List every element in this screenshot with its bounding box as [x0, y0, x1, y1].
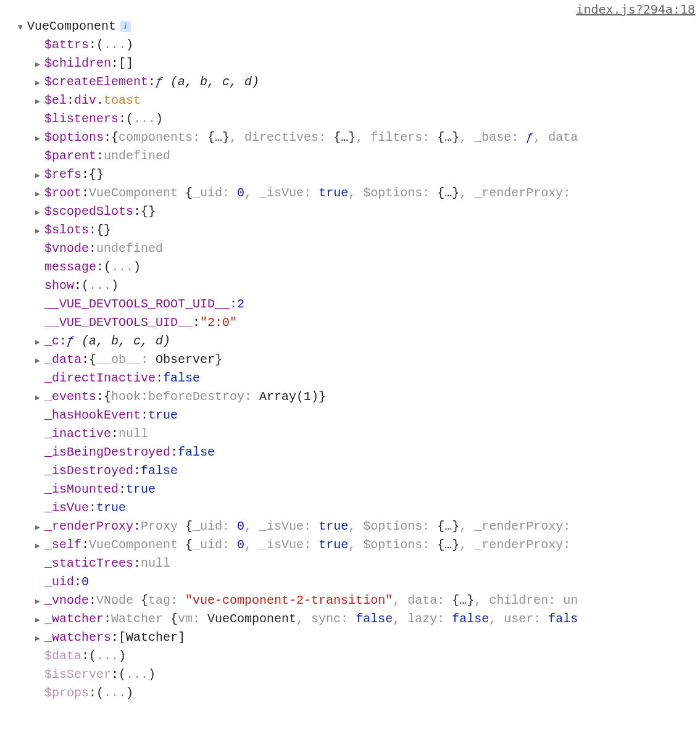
property-row[interactable]: ▶$scopedSlots: {} — [5, 202, 695, 221]
chevron-right-icon[interactable]: ▶ — [33, 77, 42, 90]
property-row[interactable]: ▶_self: VueComponent {_uid: 0, _isVue: t… — [5, 536, 695, 554]
property-row[interactable]: ▶$root: VueComponent {_uid: 0, _isVue: t… — [5, 184, 695, 202]
chevron-right-icon[interactable]: ▶ — [33, 336, 42, 349]
property-value: (...) — [119, 665, 156, 684]
property-row: ▶message: (...) — [5, 258, 695, 277]
property-key: _watcher — [44, 610, 104, 628]
property-row[interactable]: ▶_events: {hook:beforeDestroy: Array(1)} — [5, 388, 695, 406]
colon-separator: : — [81, 351, 89, 369]
property-row[interactable]: ▶$slots: {} — [5, 221, 695, 240]
property-row: ▶_staticTrees: null — [5, 554, 695, 573]
colon-separator: : — [89, 221, 96, 240]
colon-separator: : — [104, 610, 111, 628]
colon-separator: : — [119, 480, 126, 499]
property-key: message — [44, 258, 96, 277]
property-value: "2:0" — [200, 314, 237, 332]
property-row[interactable]: ▶$el: div.toast — [5, 91, 695, 110]
colon-separator: : — [104, 128, 111, 147]
chevron-right-icon[interactable]: ▶ — [33, 96, 42, 108]
property-key: _staticTrees — [44, 554, 133, 573]
property-key: _uid — [44, 573, 74, 591]
property-key: __VUE_DEVTOOLS_ROOT_UID__ — [44, 295, 230, 314]
property-row[interactable]: ▶$refs: {} — [5, 165, 695, 184]
colon-separator: : — [133, 517, 141, 536]
property-key: $createElement — [44, 73, 148, 91]
colon-separator: : — [89, 36, 96, 54]
chevron-right-icon[interactable]: ▶ — [33, 59, 42, 71]
property-row[interactable]: ▶_watcher: Watcher {vm: VueComponent, sy… — [5, 610, 695, 628]
property-row[interactable]: ▶_data: {__ob__: Observer} — [5, 351, 695, 369]
chevron-down-icon[interactable]: ▼ — [16, 22, 25, 34]
chevron-right-icon[interactable]: ▶ — [33, 207, 42, 219]
property-key: $root — [44, 184, 81, 202]
property-value: 2 — [237, 295, 244, 314]
property-row: ▶$isServer: (...) — [5, 665, 695, 684]
property-value: {} — [141, 202, 156, 221]
colon-separator: : — [89, 591, 96, 610]
tree-root-row[interactable]: ▼ VueComponent i — [5, 17, 695, 36]
property-key: $listeners — [44, 110, 119, 128]
colon-separator: : — [96, 258, 104, 277]
property-row[interactable]: ▶_renderProxy: Proxy {_uid: 0, _isVue: t… — [5, 517, 695, 536]
chevron-right-icon[interactable]: ▶ — [33, 170, 42, 182]
colon-separator: : — [89, 240, 96, 258]
property-value: true — [148, 406, 178, 425]
chevron-right-icon[interactable]: ▶ — [33, 392, 42, 404]
property-row[interactable]: ▶$createElement: ƒ (a, b, c, d) — [5, 73, 695, 91]
chevron-right-icon[interactable]: ▶ — [33, 614, 42, 627]
property-row: ▶_isDestroyed: false — [5, 462, 695, 480]
property-row: ▶_hasHookEvent: true — [5, 406, 695, 425]
source-link[interactable]: index.js?294a:18 — [576, 0, 695, 19]
chevron-right-icon[interactable]: ▶ — [33, 133, 42, 145]
chevron-right-icon[interactable]: ▶ — [33, 596, 42, 608]
colon-separator: : — [81, 184, 89, 202]
colon-separator: : — [74, 277, 81, 295]
property-key: $attrs — [44, 36, 89, 54]
property-key: _isBeingDestroyed — [44, 443, 170, 462]
chevron-right-icon[interactable]: ▶ — [33, 522, 42, 534]
property-row[interactable]: ▶_vnode: VNode {tag: "vue-component-2-tr… — [5, 591, 695, 610]
property-row: ▶_isVue: true — [5, 499, 695, 517]
property-value: 0 — [81, 573, 89, 591]
property-value: {} — [89, 165, 104, 184]
info-icon[interactable]: i — [120, 21, 131, 32]
colon-separator: : — [81, 165, 89, 184]
colon-separator: : — [133, 202, 141, 221]
chevron-right-icon[interactable]: ▶ — [33, 188, 42, 201]
property-key: _watchers — [44, 628, 111, 647]
property-key: _renderProxy — [44, 517, 133, 536]
property-key: $refs — [44, 165, 81, 184]
object-type-name: VueComponent — [27, 17, 116, 36]
property-value: false — [141, 462, 178, 480]
property-key: _inactive — [44, 425, 111, 443]
property-value: {__ob__: Observer} — [89, 351, 222, 369]
property-value: VueComponent {_uid: 0, _isVue: true, $op… — [89, 184, 570, 202]
property-value: false — [163, 369, 200, 388]
property-row: ▶$listeners: (...) — [5, 110, 695, 128]
property-value: (...) — [104, 258, 141, 277]
property-key: _vnode — [44, 591, 89, 610]
property-value: false — [178, 443, 215, 462]
property-row: ▶$data: (...) — [5, 647, 695, 665]
property-value: undefined — [104, 147, 170, 165]
property-row[interactable]: ▶_watchers: [Watcher] — [5, 628, 695, 647]
property-row: ▶_inactive: null — [5, 425, 695, 443]
property-value: div.toast — [74, 91, 141, 110]
chevron-right-icon[interactable]: ▶ — [33, 355, 42, 367]
chevron-right-icon[interactable]: ▶ — [33, 633, 42, 645]
colon-separator: : — [148, 73, 156, 91]
property-row[interactable]: ▶_c: ƒ (a, b, c, d) — [5, 332, 695, 351]
property-key: _self — [44, 536, 81, 554]
property-value: {} — [96, 221, 111, 240]
colon-separator: : — [81, 647, 89, 665]
chevron-right-icon[interactable]: ▶ — [33, 540, 42, 552]
chevron-right-icon[interactable]: ▶ — [33, 225, 42, 238]
colon-separator: : — [59, 332, 67, 351]
colon-separator: : — [111, 665, 119, 684]
property-row[interactable]: ▶$children: [] — [5, 54, 695, 73]
colon-separator: : — [81, 536, 89, 554]
property-row: ▶show: (...) — [5, 277, 695, 295]
property-value: ƒ (a, b, c, d) — [156, 73, 259, 91]
property-row[interactable]: ▶$options: {components: {…}, directives:… — [5, 128, 695, 147]
colon-separator: : — [193, 314, 200, 332]
